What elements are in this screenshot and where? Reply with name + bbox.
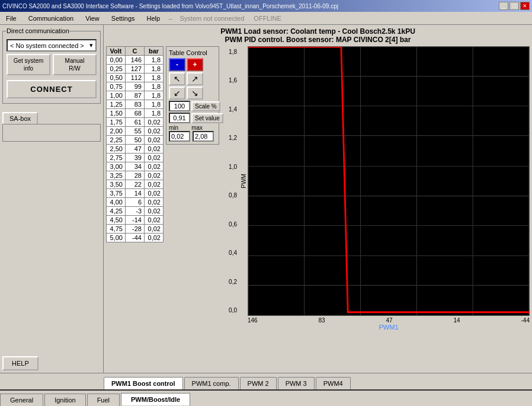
menu-separator: -- — [168, 15, 172, 22]
cell-3-0: 0,75 — [107, 82, 126, 91]
cell-14-2: 0,02 — [145, 180, 164, 189]
table-row[interactable]: 1,00871,8 — [107, 91, 164, 100]
system-dropdown-text: < No system connected > — [10, 42, 84, 49]
sa-box-tab[interactable]: SA-box — [2, 112, 38, 124]
system-dropdown[interactable]: < No system connected > ▾ — [7, 39, 97, 52]
help-button[interactable]: HELP — [2, 356, 39, 370]
max-label: max — [191, 124, 203, 131]
cell-13-2: 0,02 — [145, 171, 164, 180]
menu-help[interactable]: Help — [143, 14, 164, 23]
table-row[interactable]: 3,25280,02 — [107, 171, 164, 180]
plus-button[interactable]: + — [187, 58, 203, 71]
minus-button[interactable]: - — [169, 58, 185, 71]
menu-view[interactable]: View — [82, 14, 103, 23]
cell-6-0: 1,50 — [107, 109, 126, 118]
cell-7-2: 0,02 — [145, 118, 164, 127]
tab-pwm2[interactable]: PWM 2 — [240, 377, 277, 389]
get-info-line2: info — [24, 65, 33, 72]
tab-fuel[interactable]: Fuel — [87, 394, 120, 406]
maximize-button[interactable]: □ — [509, 2, 519, 10]
minimize-button[interactable]: _ — [499, 2, 508, 10]
cell-1-1: 127 — [126, 65, 145, 73]
menu-communication[interactable]: Communication — [25, 14, 77, 23]
table-row[interactable]: 2,75390,02 — [107, 154, 164, 162]
table-row[interactable]: 5,00-440,02 — [107, 234, 164, 242]
table-row[interactable]: 1,75610,02 — [107, 118, 164, 127]
table-row[interactable]: 3,50220,02 — [107, 180, 164, 189]
table-row[interactable]: 1,25831,8 — [107, 100, 164, 109]
table-row[interactable]: 2,50470,02 — [107, 145, 164, 154]
set-value-input[interactable]: 0,91 — [169, 113, 190, 123]
set-value-button[interactable]: Set value — [191, 113, 223, 123]
cell-19-0: 4,75 — [107, 225, 126, 234]
arrow-up-left-button[interactable]: ↖ — [169, 72, 185, 85]
manual-rw-button[interactable]: Manual R/W — [53, 54, 97, 75]
arrow-down-left-button[interactable]: ↙ — [169, 87, 185, 100]
connect-button[interactable]: CONNECT — [7, 80, 97, 98]
table-row[interactable]: 0,75991,8 — [107, 82, 164, 91]
graph-canvas-container — [248, 46, 530, 316]
cell-3-1: 99 — [126, 82, 145, 91]
scale-input[interactable]: 100 — [169, 101, 190, 111]
get-system-info-button[interactable]: Get system info — [7, 54, 50, 75]
cell-5-2: 1,8 — [145, 100, 164, 109]
menu-settings[interactable]: Settings — [108, 14, 139, 23]
table-row[interactable]: 3,75140,02 — [107, 189, 164, 198]
cell-10-2: 0,02 — [145, 145, 164, 154]
x-label-146: 146 — [248, 317, 258, 324]
table-row[interactable]: 4,75-280,02 — [107, 225, 164, 234]
table-row[interactable]: 0,001461,8 — [107, 56, 164, 65]
cell-19-2: 0,02 — [145, 225, 164, 234]
x-label-14: 14 — [454, 317, 460, 324]
cell-16-2: 0,02 — [145, 198, 164, 207]
table-row[interactable]: 4,0060,02 — [107, 198, 164, 207]
table-row[interactable]: 1,50681,8 — [107, 109, 164, 118]
sa-box-content — [2, 124, 101, 142]
cell-12-1: 34 — [126, 162, 145, 171]
window-controls: _ □ ✕ — [499, 2, 530, 10]
cell-20-1: -44 — [126, 234, 145, 242]
tab-pwm3[interactable]: PWM 3 — [278, 377, 315, 389]
tab-pwm-boost-idle[interactable]: PWM/Boost/Idle — [121, 393, 190, 406]
table-row[interactable]: 3,00340,02 — [107, 162, 164, 171]
table-row[interactable]: 2,00550,02 — [107, 127, 164, 136]
cell-3-2: 1,8 — [145, 82, 164, 91]
table-row[interactable]: 0,501121,8 — [107, 73, 164, 82]
cell-4-0: 1,00 — [107, 91, 126, 100]
table-row[interactable]: 0,251271,8 — [107, 65, 164, 73]
cell-17-1: -3 — [126, 207, 145, 216]
menu-file[interactable]: File — [2, 14, 20, 23]
cell-12-0: 3,00 — [107, 162, 126, 171]
tab-general[interactable]: General — [0, 394, 43, 406]
graph-svg — [248, 47, 529, 315]
system-info-row: Get system info Manual R/W — [7, 54, 97, 75]
title-bar: CIVINCO SA2000 and SA3000 Interface Soft… — [0, 0, 532, 12]
close-button[interactable]: ✕ — [520, 2, 530, 10]
cell-12-2: 0,02 — [145, 162, 164, 171]
cell-7-0: 1,75 — [107, 118, 126, 127]
cell-11-2: 0,02 — [145, 154, 164, 162]
tab-pwm1-boost-control[interactable]: PWM1 Boost control — [104, 377, 183, 389]
scale-row: 100 Scale % — [169, 101, 216, 111]
cell-18-1: -14 — [126, 216, 145, 225]
arrow-row1: ↖ ↗ — [169, 72, 216, 85]
chart-title-line2: PWM PID control. Boost sensor: MAP CIVIN… — [106, 36, 530, 44]
scale-button[interactable]: Scale % — [191, 101, 220, 111]
table-row[interactable]: 2,25500,02 — [107, 136, 164, 145]
table-row[interactable]: 4,50-140,02 — [107, 216, 164, 225]
tab-ignition[interactable]: Ignition — [44, 394, 85, 406]
min-input[interactable]: 0,02 — [169, 131, 190, 142]
arrow-down-right-button[interactable]: ↘ — [187, 87, 203, 100]
data-table: Volt C bar 0,001461,80,251271,80,501121,… — [106, 46, 164, 242]
menu-bar: File Communication View Settings Help --… — [0, 12, 532, 25]
min-label: min — [169, 124, 178, 131]
menu-status: System not connected — [180, 15, 245, 22]
cell-14-1: 22 — [126, 180, 145, 189]
cell-9-2: 0,02 — [145, 136, 164, 145]
arrow-up-right-button[interactable]: ↗ — [187, 72, 203, 85]
max-input[interactable]: 2,08 — [193, 131, 214, 142]
tab-pwm4[interactable]: PWM4 — [316, 377, 351, 389]
table-row[interactable]: 4,25-30,02 — [107, 207, 164, 216]
tab-pwm1-comp[interactable]: PWM1 comp. — [184, 377, 239, 389]
cell-11-0: 2,75 — [107, 154, 126, 162]
